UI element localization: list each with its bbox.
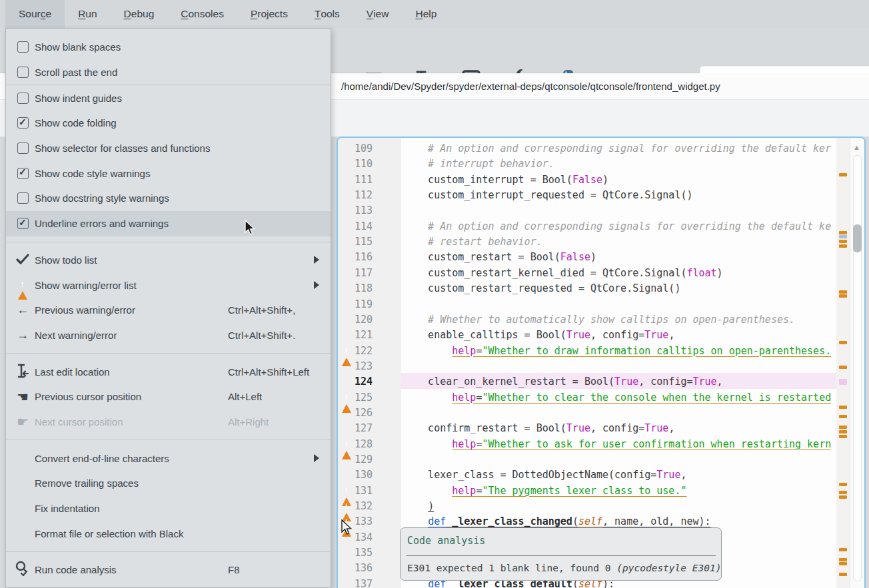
warning-marker[interactable] [839, 294, 847, 298]
editor-scrollbar[interactable]: ▲ [850, 138, 864, 588]
line-text: confirm_restart = Bool(True, config=True… [404, 422, 836, 434]
code-line-122[interactable]: 122 help="Whether to draw information ca… [338, 344, 836, 359]
current-line-marker[interactable] [839, 379, 847, 385]
warning-marker[interactable] [839, 366, 847, 369]
menu-item-previous-warning-error[interactable]: ←Previous warning/errorCtrl+Alt+Shift+, [6, 298, 331, 323]
line-text: custom_restart_kernel_died = QtCore.Sign… [404, 267, 836, 279]
line-text: custom_interrupt_requested = QtCore.Sign… [404, 189, 836, 201]
menubar-item-source[interactable]: Source [5, 0, 65, 28]
menu-item-label: Last edit location [35, 366, 110, 378]
menu-item-remove-trailing-spaces[interactable]: Remove trailing spaces [6, 471, 331, 496]
line-number: 117 [338, 267, 373, 279]
code-line-129[interactable]: 129 [338, 452, 836, 467]
menu-item-show-code-style-warnings[interactable]: Show code style warnings [6, 160, 331, 186]
menu-item-fix-indentation[interactable]: Fix indentation [6, 496, 331, 521]
warning-marker[interactable] [839, 562, 847, 565]
code-line-127[interactable]: 127 confirm_restart = Bool(True, config=… [338, 421, 836, 436]
warning-marker[interactable] [839, 548, 847, 551]
menu-item-show-warning-error-list[interactable]: Show warning/error list [6, 272, 331, 298]
line-text: help="Whether to draw information callti… [404, 345, 836, 357]
line-text: help="Whether to clear the console when … [404, 392, 836, 404]
code-line-131[interactable]: 131 help="The pygments lexer class to us… [338, 483, 836, 499]
menubar-item-consoles[interactable]: Consoles [167, 0, 237, 28]
code-line-112[interactable]: 112 custom_interrupt_requested = QtCore.… [338, 188, 836, 203]
code-line-117[interactable]: 117 custom_restart_kernel_died = QtCore.… [338, 266, 836, 281]
tooltip-separator [406, 555, 716, 556]
menu-item-convert-end-of-line-characters[interactable]: Convert end-of-line characters [6, 445, 331, 471]
warning-marker[interactable] [839, 240, 847, 243]
code-line-120[interactable]: 120 # Whether to automatically show call… [338, 312, 836, 328]
warning-marker[interactable] [839, 558, 847, 561]
menu-item-label: Show docstring style warnings [35, 192, 169, 204]
code-line-109[interactable]: 109 # An option and corresponding signal… [338, 141, 836, 156]
menu-item-show-todo-list[interactable]: Show todo list [6, 248, 331, 273]
code-line-128[interactable]: 128 help="Whether to ask for user confir… [338, 437, 836, 452]
menubar-item-projects[interactable]: Projects [237, 0, 301, 28]
code-line-124[interactable]: 124 clear_on_kernel_restart = Bool(True,… [338, 374, 836, 390]
warning-marker[interactable] [839, 426, 847, 429]
position-marker[interactable] [839, 235, 847, 238]
warning-marker[interactable] [839, 491, 847, 494]
code-editor[interactable]: 109 # An option and corresponding signal… [337, 137, 866, 588]
menubar-item-debug[interactable]: Debug [111, 0, 168, 28]
menu-item-underline-errors-and-warnings[interactable]: Underline errors and warnings [6, 211, 331, 236]
warning-marker[interactable] [839, 430, 847, 434]
line-text: enable_calltips = Bool(True, config=True… [404, 329, 836, 341]
menu-item-scroll-past-the-end[interactable]: Scroll past the end [6, 60, 331, 85]
code-line-111[interactable]: 111 custom_interrupt = Bool(False) [338, 172, 836, 188]
menu-item-previous-cursor-position[interactable]: ☚Previous cursor positionAlt+Left [6, 384, 331, 410]
code-line-116[interactable]: 116 custom_restart = Bool(False) [338, 250, 836, 265]
menubar-item-tools[interactable]: Tools [301, 0, 353, 28]
code-line-121[interactable]: 121 enable_calltips = Bool(True, config=… [338, 328, 836, 343]
code-area: 109 # An option and corresponding signal… [338, 138, 836, 588]
code-line-123[interactable]: 123 [338, 359, 836, 374]
menu-item-format-file-or-selection-with-black[interactable]: Format file or selection with Black [6, 521, 331, 546]
menubar: SourceRunDebugConsolesProjectsToolsViewH… [0, 0, 869, 28]
warning-marker[interactable] [839, 483, 847, 486]
menubar-item-view[interactable]: View [353, 0, 403, 28]
menu-item-last-edit-location[interactable]: Last edit locationCtrl+Alt+Shift+Left [6, 359, 331, 384]
menubar-item-run[interactable]: Run [65, 0, 110, 28]
menu-item-shortcut: F8 [228, 564, 240, 575]
code-line-126[interactable]: 126 [338, 406, 836, 421]
code-line-110[interactable]: 110 # interrupt behavior. [338, 156, 836, 172]
warning-marker[interactable] [839, 415, 847, 418]
checked-checkbox-icon [17, 168, 29, 179]
menu-item-next-warning-error[interactable]: →Next warning/errorCtrl+Alt+Shift+. [6, 323, 331, 348]
code-line-132[interactable]: 132 ) [338, 499, 836, 514]
warning-marker[interactable] [839, 406, 847, 409]
menu-item-show-blank-spaces[interactable]: Show blank spaces [6, 35, 331, 60]
menu-item-run-code-analysis[interactable]: Run code analysisF8 [6, 557, 331, 583]
menu-item-show-selector-for-classes-and-functions[interactable]: Show selector for classes and functions [6, 136, 331, 161]
code-line-115[interactable]: 115 # restart behavior. [338, 234, 836, 250]
code-line-114[interactable]: 114 # An option and corresponding signal… [338, 219, 836, 234]
menu-item-show-indent-guides[interactable]: Show indent guides [6, 85, 331, 111]
unchecked-checkbox-icon [17, 93, 29, 104]
scrollbar-thumb[interactable] [853, 224, 862, 252]
scrollbar-up-icon[interactable]: ▲ [853, 143, 860, 151]
line-text: # An option and corresponding signal for… [404, 143, 836, 154]
warning-marker[interactable] [839, 495, 847, 499]
code-line-113[interactable]: 113 [338, 203, 836, 218]
line-number: 135 [338, 547, 373, 559]
warning-marker[interactable] [839, 290, 847, 294]
warning-marker[interactable] [839, 573, 847, 576]
menu-item-show-docstring-style-warnings[interactable]: Show docstring style warnings [6, 186, 331, 211]
warning-marker[interactable] [839, 341, 847, 344]
line-number: 123 [338, 360, 373, 372]
warning-marker[interactable] [839, 435, 847, 438]
menu-item-show-code-folding[interactable]: Show code folding [6, 111, 331, 136]
code-line-118[interactable]: 118 custom_restart_requested = QtCore.Si… [338, 281, 836, 296]
warning-marker[interactable] [839, 231, 847, 234]
scrollbar-track[interactable] [853, 155, 862, 581]
code-line-130[interactable]: 130 lexer_class = DottedObjectName(confi… [338, 467, 836, 483]
code-line-119[interactable]: 119 [338, 297, 836, 312]
line-text: help="Whether to ask for user confirmati… [404, 438, 836, 450]
line-text: help="The pygments lexer class to use." [404, 485, 836, 497]
code-line-125[interactable]: 125 help="Whether to clear the console w… [338, 390, 836, 406]
menubar-item-help[interactable]: Help [402, 0, 450, 28]
mouse-cursor-gutter [341, 519, 355, 535]
warning-marker[interactable] [839, 173, 847, 176]
warning-marker[interactable] [839, 244, 847, 248]
check-icon [15, 252, 30, 268]
